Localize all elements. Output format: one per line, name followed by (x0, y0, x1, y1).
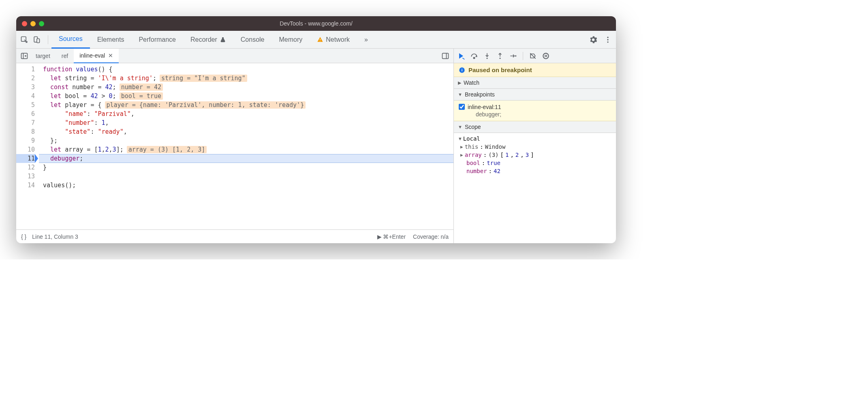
svg-point-10 (486, 58, 487, 59)
tab-console[interactable]: Console (233, 31, 272, 49)
code-content[interactable]: function values() { let string = 'I\'m a… (39, 63, 453, 229)
svg-rect-2 (37, 39, 40, 43)
pause-on-exceptions-button[interactable] (542, 52, 550, 60)
window-title: DevTools - www.google.com/ (280, 20, 353, 27)
minimize-window-button[interactable] (30, 21, 36, 26)
code-line[interactable]: "number": 1, (39, 118, 453, 127)
line-number[interactable]: 7 (16, 118, 35, 127)
traffic-lights (22, 21, 44, 26)
scope-variable[interactable]: number: 42 (454, 167, 616, 175)
resume-button[interactable] (457, 52, 465, 60)
tab-elements[interactable]: Elements (90, 31, 132, 49)
code-line[interactable]: let array = [1,2,3];array = (3) [1, 2, 3… (39, 145, 453, 154)
code-line[interactable]: let bool = 42 > 0;bool = true (39, 92, 453, 101)
info-icon: i (459, 67, 465, 73)
svg-point-3 (320, 41, 321, 41)
line-number[interactable]: 3 (16, 83, 35, 92)
line-number[interactable]: 11 (16, 154, 35, 163)
scope-variable[interactable]: ▶array: (3) [1, 2, 3] (454, 151, 616, 159)
warning-icon (317, 36, 323, 43)
device-toggle-icon[interactable] (32, 36, 41, 44)
tab-recorder[interactable]: Recorder (183, 31, 233, 49)
svg-point-6 (607, 41, 608, 43)
maximize-window-button[interactable] (39, 21, 44, 26)
step-out-button[interactable] (496, 52, 504, 60)
code-line[interactable]: values(); (39, 181, 453, 190)
collapse-triangle-icon: ▼ (458, 124, 462, 129)
code-line[interactable]: const number = 42;number = 42 (39, 83, 453, 92)
line-number[interactable]: 14 (16, 181, 35, 190)
svg-point-11 (499, 58, 500, 59)
file-tab-ref[interactable]: ref (56, 49, 74, 63)
line-number[interactable]: 4 (16, 92, 35, 101)
code-line[interactable]: function values() { (39, 65, 453, 74)
watch-section-header[interactable]: ▶ Watch (454, 77, 616, 89)
pretty-print-icon[interactable]: { } (21, 233, 26, 240)
code-line[interactable]: } (39, 163, 453, 172)
sources-panel: targetrefinline-eval✕ 123456789101112131… (16, 49, 454, 243)
line-number[interactable]: 2 (16, 74, 35, 83)
separator (523, 52, 523, 60)
code-line[interactable]: debugger; (39, 154, 453, 163)
titlebar: DevTools - www.google.com/ (16, 16, 616, 31)
code-line[interactable]: "state": "ready", (39, 127, 453, 136)
scope-variable[interactable]: ▶this: Window (454, 143, 616, 151)
inspect-element-icon[interactable] (20, 36, 28, 44)
step-button[interactable] (509, 52, 517, 60)
tab-memory[interactable]: Memory (272, 31, 310, 49)
cursor-position: Line 11, Column 3 (32, 233, 78, 240)
navigator-toggle-icon[interactable] (20, 52, 28, 60)
code-line[interactable]: let string = 'I\'m a string';string = "I… (39, 74, 453, 83)
svg-text:i: i (462, 68, 463, 72)
code-line[interactable]: }; (39, 136, 453, 145)
settings-gear-icon[interactable] (589, 36, 597, 44)
code-line[interactable]: "name": "Parzival", (39, 109, 453, 118)
tab-network[interactable]: Network (310, 31, 357, 49)
close-tab-icon[interactable]: ✕ (108, 52, 113, 59)
separator (48, 35, 48, 44)
line-number[interactable]: 8 (16, 127, 35, 136)
code-line[interactable] (39, 172, 453, 181)
breakpoint-checkbox[interactable] (459, 104, 465, 110)
deactivate-breakpoints-button[interactable] (529, 52, 537, 60)
code-editor[interactable]: 1234567891011121314 function values() { … (16, 63, 453, 229)
tab-performance[interactable]: Performance (131, 31, 183, 49)
debugger-sidebar: i Paused on breakpoint ▶ Watch ▼ Breakpo… (454, 49, 616, 243)
svg-point-4 (607, 36, 608, 38)
run-snippet-button[interactable]: ▶ ⌘+Enter (377, 233, 406, 240)
line-number[interactable]: 13 (16, 172, 35, 181)
step-into-button[interactable] (483, 52, 491, 60)
line-number[interactable]: 12 (16, 163, 35, 172)
expand-triangle-icon: ▶ (460, 144, 463, 150)
inline-value-hint: array = (3) [1, 2, 3] (127, 146, 207, 153)
step-over-button[interactable] (470, 52, 478, 60)
main-toolbar: SourcesElementsPerformanceRecorderConsol… (16, 31, 616, 49)
file-tab-inline-eval[interactable]: inline-eval✕ (74, 49, 119, 63)
expand-triangle-icon: ▶ (460, 152, 463, 158)
expand-triangle-icon: ▶ (458, 80, 461, 86)
scope-local-header[interactable]: ▼ Local (454, 135, 616, 143)
code-line[interactable]: let player = {player = {name: 'Parzival'… (39, 101, 453, 109)
more-menu-icon[interactable] (604, 36, 612, 44)
close-window-button[interactable] (22, 21, 27, 26)
line-number[interactable]: 10 (16, 145, 35, 154)
inline-value-hint: bool = true (120, 92, 163, 100)
file-tab-target[interactable]: target (30, 49, 56, 63)
snippets-toggle-icon[interactable] (441, 52, 449, 60)
inline-value-hint: number = 42 (120, 84, 163, 91)
scope-body: ▼ Local ▶this: Window▶array: (3) [1, 2, … (454, 133, 616, 177)
panel-tabs: SourcesElementsPerformanceRecorderConsol… (51, 31, 589, 49)
line-number[interactable]: 9 (16, 136, 35, 145)
breakpoints-section-header[interactable]: ▼ Breakpoints (454, 89, 616, 101)
inline-value-hint: string = "I'm a string" (160, 75, 247, 82)
scope-section-header[interactable]: ▼ Scope (454, 121, 616, 133)
overflow-tabs-button[interactable]: » (357, 31, 375, 49)
line-number[interactable]: 1 (16, 65, 35, 74)
line-number[interactable]: 5 (16, 101, 35, 109)
line-number-gutter[interactable]: 1234567891011121314 (16, 63, 39, 229)
breakpoint-item[interactable]: inline-eval:11 debugger; (454, 101, 616, 121)
line-number[interactable]: 6 (16, 109, 35, 118)
tab-sources[interactable]: Sources (51, 31, 90, 49)
svg-point-5 (607, 39, 608, 40)
scope-variable[interactable]: bool: true (454, 159, 616, 167)
